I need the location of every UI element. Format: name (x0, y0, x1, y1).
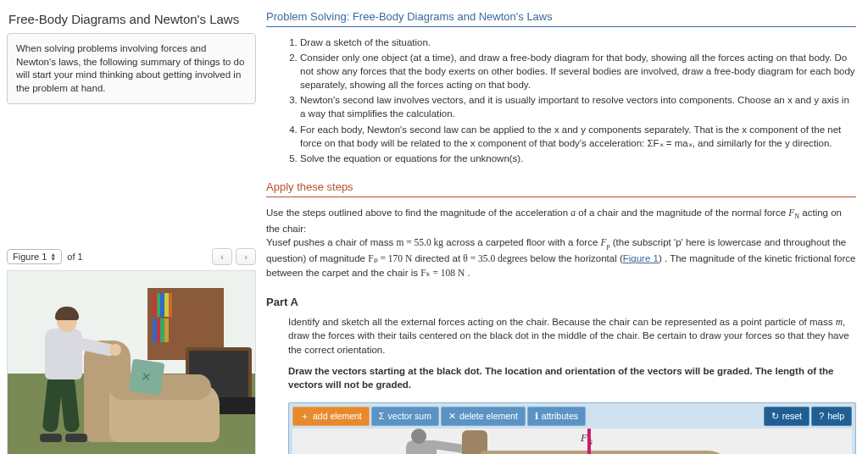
figure-select[interactable]: Figure 1 ▲▼ (7, 249, 62, 264)
reset-button[interactable]: ↻reset (764, 407, 810, 426)
delete-element-button[interactable]: ✕delete element (441, 407, 526, 426)
refresh-icon: ↻ (771, 412, 779, 421)
help-button[interactable]: ?help (811, 407, 852, 426)
figure-next-button[interactable]: › (236, 248, 256, 265)
figure-of-text: of 1 (67, 252, 82, 262)
person-graphic (25, 307, 101, 442)
part-a-paragraph-1: Identify and sketch all the external for… (288, 315, 856, 357)
question-icon: ? (819, 412, 824, 421)
stepper-arrows-icon: ▲▼ (50, 252, 56, 261)
page-title: Free-Body Diagrams and Newton's Laws (7, 7, 256, 33)
canvas-chair-graphic (462, 430, 733, 454)
drawing-toolbar: ＋add element Σvector sum ✕delete element… (292, 407, 852, 426)
section-apply-heading: Apply these steps (266, 180, 856, 197)
step-5: Solve the equation or equations for the … (300, 152, 856, 165)
drawing-canvas[interactable]: FN (292, 429, 852, 454)
part-a-title: Part A (266, 296, 856, 308)
figure-1-image (7, 270, 256, 454)
step-3: Newton's second law involves vectors, an… (300, 93, 856, 120)
figure-selector-bar: Figure 1 ▲▼ of 1 ‹ › (7, 248, 256, 265)
vector-drawing-widget: ＋add element Σvector sum ✕delete element… (288, 402, 856, 454)
sigma-icon: Σ (379, 412, 385, 421)
figure-prev-button[interactable]: ‹ (212, 248, 232, 265)
intro-box: When solving problems involving forces a… (7, 33, 256, 104)
step-2: Consider only one object (at a time), an… (300, 51, 856, 91)
figure-select-label: Figure 1 (13, 252, 47, 262)
close-icon: ✕ (448, 412, 456, 421)
add-element-button[interactable]: ＋add element (292, 407, 370, 426)
info-icon: ℹ (535, 412, 538, 421)
attributes-button[interactable]: ℹattributes (527, 407, 586, 426)
armchair-graphic (84, 340, 220, 442)
step-4: For each body, Newton's second law can b… (300, 123, 856, 150)
step-1: Draw a sketch of the situation. (300, 36, 856, 49)
section-problem-solving-heading: Problem Solving: Free-Body Diagrams and … (266, 10, 856, 27)
apply-body: Use the steps outlined above to find the… (266, 206, 856, 280)
problem-solving-steps: Draw a sketch of the situation. Consider… (266, 36, 856, 165)
figure-1-link[interactable]: Figure 1 (623, 253, 659, 263)
part-a-instruction: Draw the vectors starting at the black d… (288, 364, 856, 392)
plus-icon: ＋ (300, 412, 309, 421)
vector-sum-button[interactable]: Σvector sum (371, 407, 439, 426)
